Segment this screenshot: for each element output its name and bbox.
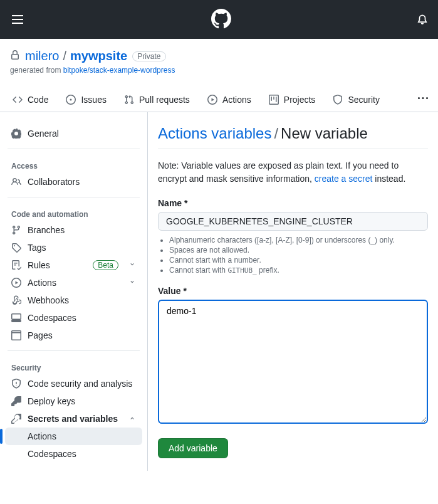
settings-sidebar: General Access Collaborators Code and au… xyxy=(0,112,148,471)
tab-projects[interactable]: Projects xyxy=(261,88,323,111)
chevron-down-icon xyxy=(128,278,136,288)
sidebar-group-access: Access xyxy=(5,155,142,173)
create-secret-link[interactable]: create a secret xyxy=(315,174,373,184)
sidebar-item-branches[interactable]: Branches xyxy=(5,221,142,239)
template-link[interactable]: bitpoke/stack-example-wordpress xyxy=(63,66,175,75)
github-logo-icon[interactable] xyxy=(211,9,231,31)
chevron-down-icon xyxy=(128,260,136,270)
sidebar-item-actions[interactable]: Actions xyxy=(5,274,142,291)
sidebar-group-code: Code and automation xyxy=(5,204,142,221)
add-variable-button[interactable]: Add variable xyxy=(158,438,228,458)
repo-header: milero / mywpsite Private generated from… xyxy=(0,39,438,80)
topbar xyxy=(0,0,438,39)
tab-security[interactable]: Security xyxy=(325,88,387,111)
value-input[interactable] xyxy=(158,300,428,424)
page-title: Actions variables/New variable xyxy=(158,125,428,142)
sidebar-item-general[interactable]: General xyxy=(5,125,142,142)
tab-issues[interactable]: Issues xyxy=(58,88,113,111)
sidebar-group-security: Security xyxy=(5,357,142,375)
sidebar-sub-codespaces[interactable]: Codespaces xyxy=(5,445,142,463)
sidebar-item-rules[interactable]: Rules Beta xyxy=(5,256,142,274)
sidebar-item-pages[interactable]: Pages xyxy=(5,327,142,344)
note: Note: Variable values are exposed as pla… xyxy=(158,159,428,186)
name-hints: Alphanumeric characters ([a-z], [A-Z], [… xyxy=(158,231,428,275)
notifications-icon[interactable] xyxy=(417,13,428,26)
tab-code[interactable]: Code xyxy=(5,88,56,111)
actions-variables-link[interactable]: Actions variables xyxy=(158,125,271,142)
lock-icon xyxy=(10,50,20,62)
sidebar-item-secrets[interactable]: Secrets and variables xyxy=(5,410,142,428)
visibility-badge: Private xyxy=(132,51,165,61)
sidebar-item-webhooks[interactable]: Webhooks xyxy=(5,291,142,309)
main-content: Actions variables/New variable Note: Var… xyxy=(148,112,438,471)
sidebar-item-deploy-keys[interactable]: Deploy keys xyxy=(5,392,142,410)
generated-from: generated from bitpoke/stack-example-wor… xyxy=(10,66,428,75)
repo-owner-link[interactable]: milero xyxy=(25,49,59,63)
sidebar-sub-actions[interactable]: Actions xyxy=(5,428,142,445)
repo-nav: Code Issues Pull requests Actions Projec… xyxy=(0,87,438,112)
sidebar-item-code-security[interactable]: Code security and analysis xyxy=(5,375,142,392)
sidebar-item-collaborators[interactable]: Collaborators xyxy=(5,173,142,191)
beta-badge: Beta xyxy=(93,260,118,270)
sidebar-item-codespaces[interactable]: Codespaces xyxy=(5,309,142,327)
tab-actions[interactable]: Actions xyxy=(200,88,259,111)
tab-pull-requests[interactable]: Pull requests xyxy=(117,88,197,111)
sidebar-item-tags[interactable]: Tags xyxy=(5,239,142,256)
menu-icon[interactable] xyxy=(10,12,25,27)
value-label: Value * xyxy=(158,286,428,296)
tab-more-icon[interactable] xyxy=(413,87,433,112)
name-label: Name * xyxy=(158,198,428,208)
chevron-up-icon xyxy=(128,414,136,424)
repo-name-link[interactable]: mywpsite xyxy=(70,49,127,63)
name-input[interactable] xyxy=(158,212,428,231)
